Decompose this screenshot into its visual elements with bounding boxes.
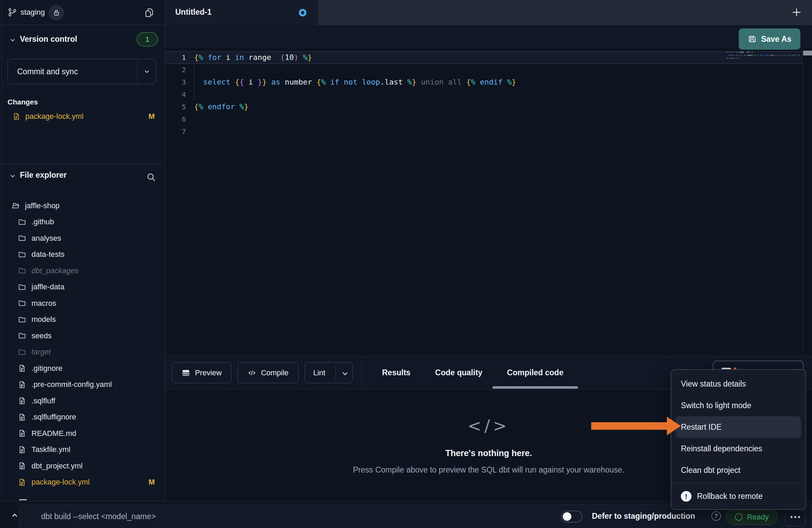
chevron-down-icon[interactable] xyxy=(341,369,348,377)
menu-item-clean-dbt-project[interactable]: Clean dbt project xyxy=(671,460,805,481)
menu-item-switch-to-light-mode[interactable]: Switch to light mode xyxy=(671,395,805,416)
chevron-down-icon[interactable] xyxy=(9,172,16,180)
folder-icon xyxy=(18,283,26,291)
file-tree-item-.gitignore[interactable]: .gitignore xyxy=(0,360,165,377)
git-branch-icon xyxy=(8,8,17,17)
statusbar-divider xyxy=(19,501,19,528)
line-number: 7 xyxy=(165,127,194,136)
file-icon xyxy=(18,413,26,422)
help-icon[interactable]: ? xyxy=(711,511,721,521)
folder-icon xyxy=(18,315,26,324)
file-icon xyxy=(18,364,26,373)
branch-header: staging xyxy=(0,0,165,25)
unsaved-dot-icon xyxy=(299,9,306,16)
tab-code-quality[interactable]: Code quality xyxy=(435,356,482,389)
minimap-line: {% endfor %} xyxy=(726,57,791,60)
lock-icon xyxy=(53,9,60,16)
results-tabs: ResultsCode qualityCompiled code xyxy=(382,356,563,389)
annotation-arrow-head xyxy=(667,417,681,435)
code-line-7[interactable]: 7 xyxy=(165,125,802,138)
file-icon xyxy=(18,380,26,389)
line-number: 3 xyxy=(165,78,194,86)
branch-name[interactable]: staging xyxy=(21,8,45,17)
defer-label: Defer to staging/production xyxy=(592,512,695,521)
menu-item-view-status-details[interactable]: View status details xyxy=(671,373,805,395)
file-tree-item-models[interactable]: models xyxy=(0,312,165,328)
save-icon xyxy=(748,35,757,43)
more-options-button[interactable] xyxy=(785,507,805,526)
lint-button[interactable]: Lint xyxy=(305,362,353,383)
defer-toggle[interactable] xyxy=(561,511,582,523)
commit-options-chevron[interactable] xyxy=(137,59,156,84)
status-badge: Ready xyxy=(726,509,778,525)
folder-icon xyxy=(18,299,26,307)
scrollbar-thumb[interactable] xyxy=(803,51,812,55)
ellipsis-icon xyxy=(790,516,792,518)
changes-label: Changes xyxy=(8,98,38,106)
scrollbar-track xyxy=(802,48,803,356)
file-tree-item-package-lock.yml[interactable]: package-lock.ymlM xyxy=(0,474,165,491)
code-line-4[interactable]: 4 xyxy=(165,88,802,101)
code-line-6[interactable]: 6 xyxy=(165,113,802,125)
line-number: 2 xyxy=(165,66,194,74)
chevron-down-icon[interactable] xyxy=(9,36,16,44)
code-line-5[interactable]: 5{% endfor %} xyxy=(165,101,802,113)
file-icon xyxy=(18,429,26,438)
file-tree-item-jaffle-data[interactable]: jaffle-data xyxy=(0,279,165,296)
menu-item-restart-ide[interactable]: Restart IDE xyxy=(676,416,801,438)
copy-icon[interactable] xyxy=(144,7,155,18)
file-tree-item-.pre-commit-config.yaml[interactable]: .pre-commit-config.yaml xyxy=(0,377,165,393)
file-tree-item-macros[interactable]: macros xyxy=(0,295,165,312)
file-tree-item-target[interactable]: target xyxy=(0,344,165,361)
branch-lock-badge xyxy=(49,5,64,20)
file-tree-item-.sqlfluff[interactable]: .sqlfluff xyxy=(0,393,165,409)
table-icon xyxy=(181,368,190,377)
file-tree-item-jaffle-shop[interactable]: jaffle-shop xyxy=(0,198,165,214)
file-tree-item-seeds[interactable]: seeds xyxy=(0,328,165,344)
modified-badge: M xyxy=(149,112,155,121)
file-icon xyxy=(18,397,26,405)
line-number: 6 xyxy=(165,115,194,123)
status-ring-icon xyxy=(735,513,743,521)
code-line-1[interactable]: 1{% for i in range (10) %} xyxy=(165,51,802,64)
new-tab-button[interactable] xyxy=(791,7,802,18)
code-line-3[interactable]: 3 select {{ i }} as number {% if not loo… xyxy=(165,76,802,88)
tab-untitled-1[interactable]: Untitled-1 xyxy=(165,0,318,25)
menu-item-reinstall-dependencies[interactable]: Reinstall dependencies xyxy=(671,438,805,460)
changes-list: package-lock.ymlM xyxy=(0,109,165,124)
code-lines: 1{% for i in range (10) %}23 select {{ i… xyxy=(165,51,802,138)
file-tree-item-.sqlfluffignore[interactable]: .sqlfluffignore xyxy=(0,409,165,426)
folder-open-icon xyxy=(11,201,20,210)
file-tree-item-Taskfile.yml[interactable]: Taskfile.yml xyxy=(0,442,165,458)
code-editor[interactable]: 1{% for i in range (10) %}23 select {{ i… xyxy=(165,48,812,356)
button-divider xyxy=(335,365,336,380)
command-input[interactable]: dbt build --select <model_name> xyxy=(41,512,156,521)
file-tree-item-.github[interactable]: .github xyxy=(0,214,165,230)
line-number: 5 xyxy=(165,103,194,111)
sidebar: staging Version control 1 Commit and syn… xyxy=(0,0,165,501)
file-tree-item-README.md[interactable]: README.md xyxy=(0,425,165,442)
version-control-panel: Version control 1 Commit and sync Change… xyxy=(0,25,165,164)
commit-and-sync-button[interactable]: Commit and sync xyxy=(8,59,156,84)
editor-toolbar: Save As xyxy=(165,25,812,48)
changed-file-package-lock.yml[interactable]: package-lock.ymlM xyxy=(0,109,165,124)
folder-icon xyxy=(18,266,26,275)
file-tree-item-dbt_packages[interactable]: dbt_packages xyxy=(0,263,165,279)
file-tree-item-data-tests[interactable]: data-tests xyxy=(0,247,165,263)
code-line-2[interactable]: 2 xyxy=(165,64,802,76)
search-icon[interactable] xyxy=(146,172,156,182)
preview-button[interactable]: Preview xyxy=(172,362,231,383)
indent-guide xyxy=(194,64,194,101)
tab-results[interactable]: Results xyxy=(382,356,410,389)
file-tree-item-analyses[interactable]: analyses xyxy=(0,230,165,247)
folder-icon xyxy=(18,331,26,340)
compile-button[interactable]: Compile xyxy=(238,362,299,383)
folder-icon xyxy=(18,250,26,259)
save-as-button[interactable]: Save As xyxy=(739,28,800,50)
tab-compiled-code[interactable]: Compiled code xyxy=(507,356,563,389)
chevron-up-icon[interactable] xyxy=(10,510,20,520)
file-tree-item-dbt_project.yml[interactable]: dbt_project.yml xyxy=(0,458,165,474)
annotation-arrow xyxy=(591,422,667,430)
menu-item-rollback-to-remote[interactable]: !Rollback to remote xyxy=(671,486,805,507)
minimap[interactable]: {% for i in range (10) %} select {{ i }}… xyxy=(726,51,791,60)
